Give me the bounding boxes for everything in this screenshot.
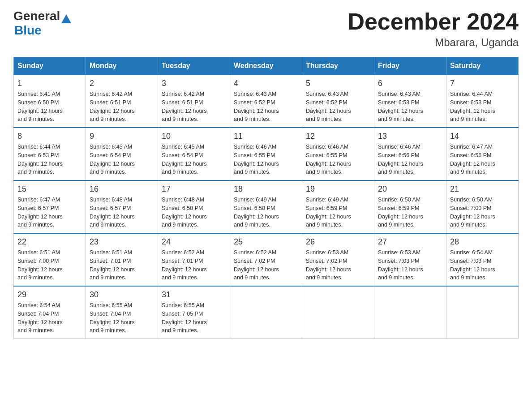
calendar-cell: 22 Sunrise: 6:51 AM Sunset: 7:00 PM Dayl… <box>14 233 86 286</box>
calendar-cell: 5 Sunrise: 6:43 AM Sunset: 6:52 PM Dayli… <box>302 75 374 128</box>
day-number: 13 <box>378 132 442 141</box>
day-info: Sunrise: 6:48 AM Sunset: 6:58 PM Dayligh… <box>162 196 226 229</box>
calendar-cell: 15 Sunrise: 6:47 AM Sunset: 6:57 PM Dayl… <box>14 180 86 233</box>
day-info: Sunrise: 6:47 AM Sunset: 6:57 PM Dayligh… <box>17 196 82 229</box>
page-header: General Blue December 2024 Mbarara, Ugan… <box>13 9 519 49</box>
day-info: Sunrise: 6:50 AM Sunset: 7:00 PM Dayligh… <box>450 196 515 229</box>
day-info: Sunrise: 6:52 AM Sunset: 7:02 PM Dayligh… <box>234 248 298 282</box>
day-info: Sunrise: 6:54 AM Sunset: 7:03 PM Dayligh… <box>450 248 515 282</box>
col-tuesday: Tuesday <box>158 57 230 75</box>
day-number: 19 <box>306 184 370 194</box>
day-info: Sunrise: 6:52 AM Sunset: 7:01 PM Dayligh… <box>162 248 226 282</box>
day-number: 26 <box>306 237 370 247</box>
day-number: 31 <box>162 290 226 300</box>
logo: General Blue <box>13 9 71 38</box>
calendar-cell <box>374 286 446 339</box>
title-block: December 2024 Mbarara, Uganda <box>348 9 519 49</box>
day-number: 5 <box>306 79 370 88</box>
day-number: 24 <box>162 237 226 247</box>
day-number: 15 <box>17 184 82 194</box>
page-subtitle: Mbarara, Uganda <box>348 36 519 49</box>
day-info: Sunrise: 6:43 AM Sunset: 6:52 PM Dayligh… <box>234 90 298 124</box>
col-monday: Monday <box>86 57 158 75</box>
day-number: 21 <box>450 184 515 194</box>
day-info: Sunrise: 6:51 AM Sunset: 7:00 PM Dayligh… <box>17 248 82 282</box>
day-number: 28 <box>450 237 515 247</box>
day-number: 20 <box>378 184 442 194</box>
day-number: 29 <box>17 290 82 300</box>
day-number: 14 <box>450 132 515 141</box>
calendar-cell: 12 Sunrise: 6:46 AM Sunset: 6:55 PM Dayl… <box>302 128 374 180</box>
logo-triangle-icon <box>61 14 71 23</box>
day-info: Sunrise: 6:48 AM Sunset: 6:57 PM Dayligh… <box>90 196 154 229</box>
calendar-cell: 3 Sunrise: 6:42 AM Sunset: 6:51 PM Dayli… <box>158 75 230 128</box>
calendar-week-5: 29 Sunrise: 6:54 AM Sunset: 7:04 PM Dayl… <box>14 286 519 339</box>
calendar-week-1: 1 Sunrise: 6:41 AM Sunset: 6:50 PM Dayli… <box>14 75 519 128</box>
day-info: Sunrise: 6:46 AM Sunset: 6:56 PM Dayligh… <box>378 143 442 176</box>
calendar-cell: 26 Sunrise: 6:53 AM Sunset: 7:02 PM Dayl… <box>302 233 374 286</box>
day-info: Sunrise: 6:46 AM Sunset: 6:55 PM Dayligh… <box>306 143 370 176</box>
day-info: Sunrise: 6:43 AM Sunset: 6:53 PM Dayligh… <box>378 90 442 124</box>
calendar-cell: 20 Sunrise: 6:50 AM Sunset: 6:59 PM Dayl… <box>374 180 446 233</box>
day-number: 2 <box>90 79 154 88</box>
day-info: Sunrise: 6:42 AM Sunset: 6:51 PM Dayligh… <box>90 90 154 124</box>
logo-icon: General Blue <box>13 9 71 38</box>
day-number: 4 <box>234 79 298 88</box>
calendar-cell: 7 Sunrise: 6:44 AM Sunset: 6:53 PM Dayli… <box>446 75 519 128</box>
day-info: Sunrise: 6:45 AM Sunset: 6:54 PM Dayligh… <box>90 143 154 176</box>
calendar-cell <box>446 286 519 339</box>
calendar-cell: 1 Sunrise: 6:41 AM Sunset: 6:50 PM Dayli… <box>14 75 86 128</box>
calendar-cell: 11 Sunrise: 6:46 AM Sunset: 6:55 PM Dayl… <box>230 128 302 180</box>
calendar-cell: 21 Sunrise: 6:50 AM Sunset: 7:00 PM Dayl… <box>446 180 519 233</box>
calendar-week-4: 22 Sunrise: 6:51 AM Sunset: 7:00 PM Dayl… <box>14 233 519 286</box>
day-info: Sunrise: 6:46 AM Sunset: 6:55 PM Dayligh… <box>234 143 298 176</box>
calendar-cell: 23 Sunrise: 6:51 AM Sunset: 7:01 PM Dayl… <box>86 233 158 286</box>
day-number: 6 <box>378 79 442 88</box>
calendar-cell: 10 Sunrise: 6:45 AM Sunset: 6:54 PM Dayl… <box>158 128 230 180</box>
day-info: Sunrise: 6:55 AM Sunset: 7:05 PM Dayligh… <box>162 301 226 335</box>
day-info: Sunrise: 6:53 AM Sunset: 7:02 PM Dayligh… <box>306 248 370 282</box>
col-sunday: Sunday <box>14 57 86 75</box>
day-info: Sunrise: 6:44 AM Sunset: 6:53 PM Dayligh… <box>17 143 82 176</box>
day-number: 25 <box>234 237 298 247</box>
col-friday: Friday <box>374 57 446 75</box>
day-number: 9 <box>90 132 154 141</box>
calendar-cell: 4 Sunrise: 6:43 AM Sunset: 6:52 PM Dayli… <box>230 75 302 128</box>
logo-blue-text: Blue <box>14 23 42 37</box>
day-info: Sunrise: 6:53 AM Sunset: 7:03 PM Dayligh… <box>378 248 442 282</box>
day-info: Sunrise: 6:45 AM Sunset: 6:54 PM Dayligh… <box>162 143 226 176</box>
day-number: 18 <box>234 184 298 194</box>
calendar-header-row: Sunday Monday Tuesday Wednesday Thursday… <box>14 57 519 75</box>
calendar-cell: 8 Sunrise: 6:44 AM Sunset: 6:53 PM Dayli… <box>14 128 86 180</box>
calendar-cell: 28 Sunrise: 6:54 AM Sunset: 7:03 PM Dayl… <box>446 233 519 286</box>
day-info: Sunrise: 6:47 AM Sunset: 6:56 PM Dayligh… <box>450 143 515 176</box>
calendar-cell: 13 Sunrise: 6:46 AM Sunset: 6:56 PM Dayl… <box>374 128 446 180</box>
page-title: December 2024 <box>348 9 519 34</box>
day-info: Sunrise: 6:43 AM Sunset: 6:52 PM Dayligh… <box>306 90 370 124</box>
day-number: 11 <box>234 132 298 141</box>
calendar-cell: 31 Sunrise: 6:55 AM Sunset: 7:05 PM Dayl… <box>158 286 230 339</box>
col-thursday: Thursday <box>302 57 374 75</box>
day-info: Sunrise: 6:50 AM Sunset: 6:59 PM Dayligh… <box>378 196 442 229</box>
day-number: 3 <box>162 79 226 88</box>
day-number: 27 <box>378 237 442 247</box>
day-number: 8 <box>17 132 82 141</box>
calendar-cell: 19 Sunrise: 6:49 AM Sunset: 6:59 PM Dayl… <box>302 180 374 233</box>
day-info: Sunrise: 6:54 AM Sunset: 7:04 PM Dayligh… <box>17 301 82 335</box>
calendar-cell: 17 Sunrise: 6:48 AM Sunset: 6:58 PM Dayl… <box>158 180 230 233</box>
calendar-cell: 2 Sunrise: 6:42 AM Sunset: 6:51 PM Dayli… <box>86 75 158 128</box>
col-saturday: Saturday <box>446 57 519 75</box>
calendar-cell: 27 Sunrise: 6:53 AM Sunset: 7:03 PM Dayl… <box>374 233 446 286</box>
day-number: 23 <box>90 237 154 247</box>
calendar-cell: 30 Sunrise: 6:55 AM Sunset: 7:04 PM Dayl… <box>86 286 158 339</box>
day-info: Sunrise: 6:49 AM Sunset: 6:59 PM Dayligh… <box>306 196 370 229</box>
calendar-cell: 16 Sunrise: 6:48 AM Sunset: 6:57 PM Dayl… <box>86 180 158 233</box>
calendar-table: Sunday Monday Tuesday Wednesday Thursday… <box>13 57 519 339</box>
day-info: Sunrise: 6:41 AM Sunset: 6:50 PM Dayligh… <box>17 90 82 124</box>
calendar-cell: 18 Sunrise: 6:49 AM Sunset: 6:58 PM Dayl… <box>230 180 302 233</box>
calendar-cell: 14 Sunrise: 6:47 AM Sunset: 6:56 PM Dayl… <box>446 128 519 180</box>
day-number: 17 <box>162 184 226 194</box>
calendar-cell: 25 Sunrise: 6:52 AM Sunset: 7:02 PM Dayl… <box>230 233 302 286</box>
day-number: 7 <box>450 79 515 88</box>
day-info: Sunrise: 6:55 AM Sunset: 7:04 PM Dayligh… <box>90 301 154 335</box>
